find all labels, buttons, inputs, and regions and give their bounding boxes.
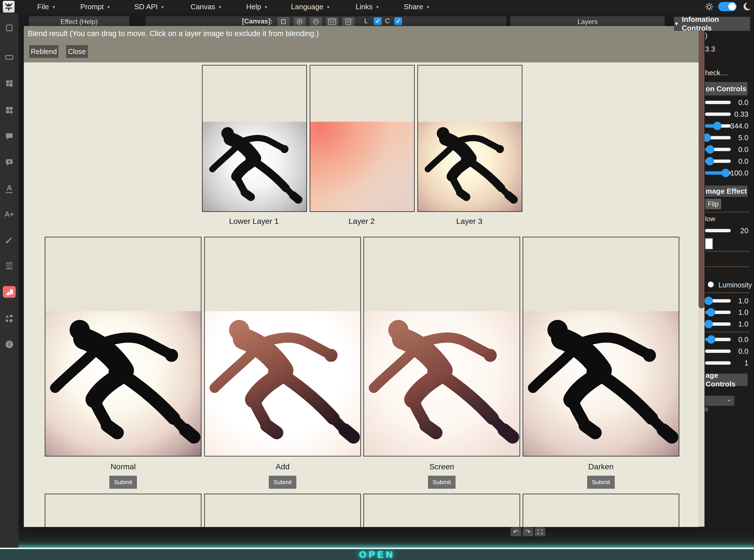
slider-row[interactable]: 100.0 [705,169,754,177]
menu-language[interactable]: Language▾ [291,0,329,14]
info-icon[interactable]: i [4,339,15,350]
slider-track[interactable] [705,160,731,163]
slider-row[interactable]: 344.0 [705,122,754,130]
sun-icon[interactable] [705,2,714,13]
slider-thumb[interactable] [706,145,714,154]
slider-track[interactable] [705,229,731,232]
slider-thumb[interactable] [705,297,713,305]
chat-icon[interactable] [4,131,15,142]
zoom-in-button[interactable] [293,17,306,26]
image-tool-active[interactable] [3,286,16,298]
scrollbar-thumb[interactable] [699,27,705,308]
add-blend-image [205,311,360,456]
color-swatch[interactable] [705,238,713,249]
slider-track[interactable] [705,338,731,341]
slider-row[interactable]: 1.0 [705,297,754,305]
slider-row[interactable]: 0.0 [705,347,754,355]
moon-icon[interactable] [741,2,752,13]
slider-track[interactable] [705,148,731,151]
layer-thumbnail-lower-layer-1[interactable] [202,65,307,212]
add-panel-icon[interactable] [4,104,15,116]
slider-thumb[interactable] [713,122,721,130]
submit-screen-button[interactable]: Submit [428,476,455,488]
flip-button[interactable]: Flip [705,199,721,209]
menu-links[interactable]: Links▾ [355,0,379,14]
data-table-icon[interactable] [4,260,15,272]
add-text-icon[interactable]: A+ [4,208,15,220]
redo-button[interactable]: ↷ [523,527,533,536]
menu-file[interactable]: File▾ [37,0,55,14]
slider-row[interactable]: 0.0 [705,98,754,107]
slider-thumb[interactable] [705,320,713,328]
slider-row[interactable]: 0.0 [705,157,754,165]
slider-thumb[interactable] [706,157,714,165]
blend-dialog-header[interactable]: Blend result (You can drag to move. Clic… [24,26,699,62]
slider-track[interactable] [705,171,731,175]
canvas-size-button[interactable] [277,17,289,26]
slider-row[interactable]: 0.33 [705,110,754,118]
landscape-canvas-icon[interactable] [4,52,15,63]
blend-mode-label: Normal [45,462,201,471]
fullscreen-icon [537,529,543,535]
slider-track[interactable] [705,124,731,127]
slider-row[interactable]: 1 [705,359,754,367]
generation-controls-header[interactable]: on Controls [705,82,748,96]
menu-prompt[interactable]: Prompt▾ [80,0,110,14]
menu-share[interactable]: Share▾ [404,0,429,14]
submit-darken-button[interactable]: Submit [587,476,615,488]
normal-blend-image [45,311,201,456]
slider-thumb[interactable] [707,335,715,344]
fit-canvas-button[interactable]: X [342,17,354,26]
theme-toggle[interactable] [718,2,737,11]
submit-normal-button[interactable]: Submit [109,476,137,488]
slider-track[interactable] [705,361,731,365]
slider-track[interactable] [705,349,731,353]
layers-panel-header[interactable]: Layers [510,16,665,27]
shapes-icon[interactable] [4,313,15,324]
brush-icon[interactable] [4,235,15,246]
slider-track[interactable] [705,322,731,326]
layer3-image [418,122,522,211]
blend-preview-normal [45,237,201,457]
text-tool-icon[interactable]: A [4,183,15,194]
layer-thumbnail-layer-3[interactable] [417,65,522,212]
slider-track[interactable] [705,311,731,314]
l-checkbox[interactable]: ✓ [374,17,382,25]
mode-dropdown[interactable]: ⌄ [705,396,734,406]
dialog-scrollbar[interactable] [699,26,705,527]
slider-row[interactable]: 0.0 [705,335,754,344]
slider-track[interactable] [705,136,731,139]
fullscreen-button[interactable] [535,527,545,536]
square-canvas-icon[interactable] [4,22,15,34]
slider-track[interactable] [705,101,731,104]
flow-slider-row[interactable]: 20 [705,226,754,235]
menu-help[interactable]: Help▾ [246,0,267,14]
close-button[interactable]: Close [66,45,88,58]
reblend-button[interactable]: Reblend [29,45,59,58]
layer-label: Lower Layer 1 [201,217,306,226]
submit-add-button[interactable]: Submit [269,476,296,488]
slider-row[interactable]: 0.0 [705,145,754,154]
slider-thumb[interactable] [721,169,730,177]
slider-row[interactable]: 5.0 [705,134,754,142]
information-controls-header[interactable]: ▼ Infomation Controls [674,17,750,31]
chat-ai-icon[interactable] [4,157,15,168]
slider-row[interactable]: 1.0 [705,320,754,328]
layer-label: Layer 3 [417,217,522,226]
slider-track[interactable] [705,299,731,302]
zoom-reset-button[interactable]: 1X [326,17,338,26]
c-checkbox[interactable]: ✓ [394,17,402,25]
dashboard-icon[interactable] [4,78,15,89]
layer-thumbnail-layer-2[interactable] [310,65,415,212]
slider-thumb[interactable] [707,308,715,317]
menu-sd-api[interactable]: SD API▾ [134,0,164,14]
slider-track[interactable] [705,113,731,116]
undo-button[interactable]: ↶ [511,527,521,536]
effect-tab[interactable]: Effect (Help) [29,16,129,27]
slider-row[interactable]: 1.0 [705,308,754,317]
luminosity-radio[interactable] [708,282,714,287]
zoom-out-button[interactable] [310,17,322,26]
menu-canvas[interactable]: Canvas▾ [190,0,221,14]
image-effect-header: mage Effect [705,185,748,197]
blend-preview-partial [523,494,679,527]
